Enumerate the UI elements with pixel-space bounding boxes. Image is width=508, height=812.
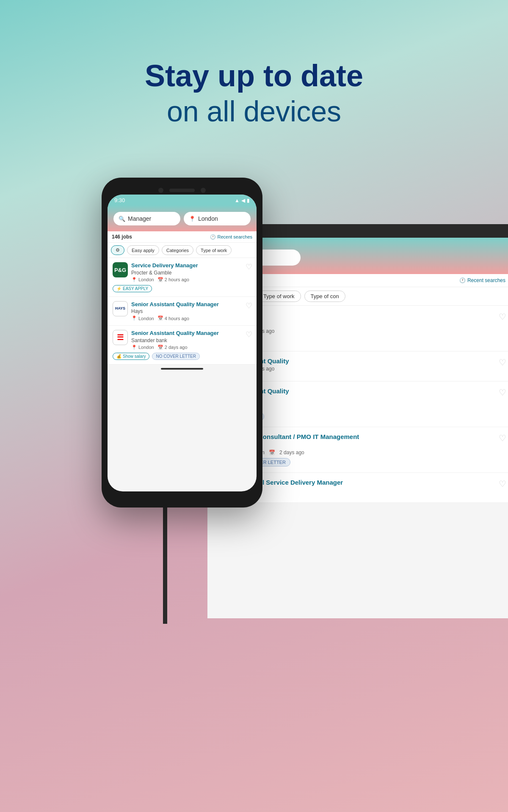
phone-job-item-1[interactable]: P&G Service Delivery Manager Procter & G…	[108, 258, 257, 297]
phone-job-item-3-top: ☰ Senior Assistant Quality Manager Santa…	[113, 330, 251, 350]
phone-pg-logo: P&G	[113, 262, 128, 277]
desktop-job-1-heart[interactable]: ♡	[499, 312, 506, 322]
phone-screen: 9:30 ▲ ◀ ▮ 🔍 Manager	[108, 195, 257, 491]
desktop-clock-icon: 🕐	[459, 277, 466, 283]
phone-job-3-no-cover-badge: NO COVER LETTER	[152, 353, 199, 360]
phone-status-bar: 9:30 ▲ ◀ ▮	[108, 195, 257, 205]
phone-speaker	[169, 189, 195, 192]
phone-job-3-title: Senior Assistant Quality Manager	[131, 330, 251, 337]
phone-chip-categories[interactable]: Categories	[162, 245, 193, 255]
phone-home-indicator	[161, 368, 203, 370]
phone-job-1-company: Procter & Gamble	[131, 270, 251, 276]
phone-job-3-heart[interactable]: ♡	[246, 330, 252, 339]
phone-hays-logo: HAYS	[113, 301, 128, 316]
desktop-job-4-title: Junior Consultant / PMO IT Management	[237, 433, 505, 440]
desktop-recent-searches-label: Recent searches	[467, 277, 505, 283]
phone-job-1-meta: 📍 London 📅 2 hours ago	[131, 277, 251, 283]
phone-location-search-value: London	[198, 215, 218, 222]
pin-icon-3: 📍	[131, 345, 137, 350]
phone-mockup: 9:30 ▲ ◀ ▮ 🔍 Manager	[102, 178, 262, 508]
phone-job-3-location: 📍 London	[131, 345, 154, 350]
phone-job-3-info: Senior Assistant Quality Manager Santand…	[131, 330, 251, 350]
phone-screen-inner: 9:30 ▲ ◀ ▮ 🔍 Manager	[108, 195, 257, 491]
phone-job-item-3[interactable]: ☰ Senior Assistant Quality Manager Santa…	[108, 326, 257, 365]
hero-subtitle: on all devices	[0, 93, 508, 130]
phone-job-3-show-salary[interactable]: 💰 Show salary	[113, 353, 149, 360]
phone-location-search-bar[interactable]: 📍 London	[184, 212, 251, 225]
desktop-job-4-meta: 📍 London 📅 2 days ago	[237, 450, 505, 455]
phone-chip-easy-apply-label: Easy apply	[132, 248, 155, 253]
phone-chip-type-of-work[interactable]: Type of work	[196, 245, 232, 255]
desktop-job-2-heart[interactable]: ♡	[499, 357, 506, 368]
sliders-icon: ⚙	[116, 247, 120, 253]
desktop-job-5-info: Mid-level Service Delivery Manager	[237, 479, 505, 487]
desktop-calendar-icon-4: 📅	[269, 450, 275, 455]
phone-job-list: P&G Service Delivery Manager Procter & G…	[108, 258, 257, 365]
hero-title: Stay up to date	[0, 59, 508, 93]
phone-camera-left	[158, 188, 163, 193]
calendar-icon-2: 📅	[157, 315, 163, 321]
phone-job-2-meta: 📍 London 📅 4 hours ago	[131, 315, 251, 321]
pin-icon: 📍	[131, 277, 137, 283]
phone-job-1-easy-apply-badge: ⚡ EASY APPLY	[113, 285, 152, 292]
phone-job-2-company: Hays	[131, 308, 251, 314]
desktop-job-4-heart[interactable]: ♡	[499, 433, 506, 443]
phone-chip-type-of-work-label: Type of work	[201, 248, 227, 253]
phone-search-bars: 🔍 Manager 📍 London	[113, 212, 251, 225]
desktop-job-1-title: Delivery	[237, 312, 505, 319]
phone-job-3-time: 📅 2 days ago	[157, 345, 188, 350]
phone-job-1-badges: ⚡ EASY APPLY	[113, 285, 251, 292]
phone-santander-logo: ☰	[113, 330, 128, 345]
phone-filter-row: 146 jobs 🕐 Recent searches	[108, 231, 257, 243]
phone-job-2-title: Senior Assistant Quality Manager	[131, 301, 251, 308]
desktop-recent-searches[interactable]: 🕐 Recent searches	[459, 277, 505, 283]
salary-icon: 💰	[116, 354, 121, 359]
phone-job-2-location: 📍 London	[131, 315, 154, 321]
wifi-icon: ▲	[235, 198, 240, 203]
phone-header: 🔍 Manager 📍 London	[108, 205, 257, 231]
desktop-job-4-info: Junior Consultant / PMO IT Management Ex…	[237, 433, 505, 466]
desktop-chip-type-of-work[interactable]: Type of work	[257, 291, 301, 302]
phone-status-icons: ▲ ◀ ▮	[235, 198, 250, 203]
phone-job-item-1-top: P&G Service Delivery Manager Procter & G…	[113, 262, 251, 283]
desktop-job-4-company: Expedia	[237, 442, 505, 448]
desktop-chip-type-of-con[interactable]: Type of con	[304, 291, 345, 302]
desktop-job-5-heart[interactable]: ♡	[499, 479, 506, 489]
calendar-icon: 📅	[157, 277, 163, 283]
desktop-job-3-meta: 📅 ago	[237, 404, 505, 410]
phone-job-item-2-top: HAYS Senior Assistant Quality Manager Ha…	[113, 301, 251, 321]
desktop-job-1-info: Delivery Gamble 📅 2 hours ago APPLY	[237, 312, 505, 345]
phone-job-2-time: 📅 4 hours ago	[157, 315, 189, 321]
desktop-job-1-company: Gamble	[237, 320, 505, 326]
hero-section: Stay up to date on all devices	[0, 0, 508, 130]
phone-chip-easy-apply[interactable]: Easy apply	[127, 245, 159, 255]
phone-time: 9:30	[114, 197, 125, 203]
desktop-job-3-company: r bank	[237, 396, 505, 402]
phone-filter-chips: ⚙ Easy apply Categories Type of work	[108, 243, 257, 258]
phone-job-item-2[interactable]: HAYS Senior Assistant Quality Manager Ha…	[108, 297, 257, 326]
phone-home-bar	[108, 365, 257, 373]
phone-job-2-heart[interactable]: ♡	[246, 301, 252, 310]
battery-icon: ▮	[247, 198, 250, 203]
phone-camera-area	[108, 184, 257, 195]
phone-stand	[163, 505, 167, 624]
phone-job-2-info: Senior Assistant Quality Manager Hays 📍 …	[131, 301, 251, 321]
phone-job-1-title: Service Delivery Manager	[131, 262, 251, 269]
phone-job-1-location: 📍 London	[131, 277, 154, 283]
phone-job-1-heart[interactable]: ♡	[246, 262, 252, 272]
signal-icon: ◀	[241, 198, 245, 203]
phone-filter-sliders[interactable]: ⚙	[111, 245, 124, 255]
pin-icon-2: 📍	[131, 315, 137, 321]
phone-job-search-value: Manager	[128, 215, 151, 222]
phone-job-search-bar[interactable]: 🔍 Manager	[113, 212, 180, 225]
desktop-job-2-title: Assistant Quality	[237, 357, 505, 365]
phone-camera-right	[201, 188, 206, 193]
desktop-job-5-title: Mid-level Service Delivery Manager	[237, 479, 505, 486]
phone-job-1-time: 📅 2 hours ago	[157, 277, 189, 283]
phone-job-3-meta: 📍 London 📅 2 days ago	[131, 345, 251, 350]
phone-recent-searches-link[interactable]: 🕐 Recent searches	[210, 234, 252, 240]
desktop-job-3-heart[interactable]: ♡	[499, 387, 506, 398]
phone-chip-categories-label: Categories	[166, 248, 189, 253]
phone-job-3-company: Santander bank	[131, 337, 251, 343]
desktop-job-3-info: Assistant Quality r bank 📅 ago LETTER	[237, 387, 505, 421]
